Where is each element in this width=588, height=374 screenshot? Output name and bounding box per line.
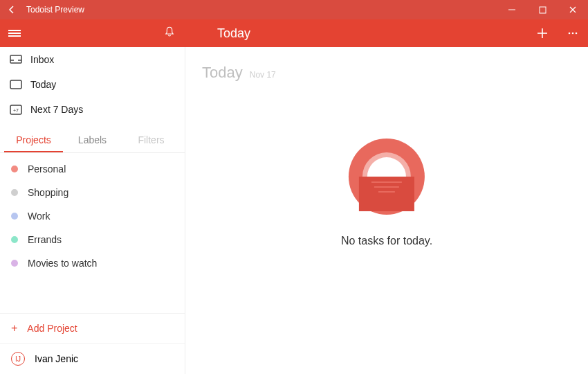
sidebar-item-label: Next 7 Days [30, 104, 83, 115]
sidebar-tabs: Projects Labels Filters [0, 129, 185, 153]
window-title: Todoist Preview [24, 5, 497, 15]
main-heading: Today Nov 17 [202, 64, 571, 82]
empty-state: No tasks for today. [341, 135, 432, 247]
svg-rect-9 [10, 55, 21, 63]
svg-point-7 [572, 33, 574, 35]
svg-point-6 [569, 33, 571, 35]
main-content: Today Nov 17 No tasks for today. [185, 47, 588, 374]
project-color-dot [11, 213, 18, 220]
app-header: Today [0, 19, 588, 47]
calendar-icon: +7 [8, 104, 24, 115]
close-icon [569, 6, 577, 14]
more-horizontal-icon [567, 27, 579, 39]
header-page-title: Today [188, 26, 527, 41]
plus-icon: + [11, 322, 17, 335]
project-label: Errands [28, 234, 62, 245]
hamburger-icon [8, 28, 21, 38]
tab-projects[interactable]: Projects [4, 129, 63, 152]
main-title: Today [202, 64, 243, 82]
back-button[interactable] [0, 0, 24, 19]
empty-state-message: No tasks for today. [341, 235, 432, 247]
project-item-movies[interactable]: Movies to watch [0, 251, 185, 275]
sidebar-item-today[interactable]: Today [0, 72, 185, 97]
project-color-dot [11, 189, 18, 196]
inbox-icon [8, 55, 24, 64]
tab-labels[interactable]: Labels [63, 129, 122, 152]
project-color-dot [11, 260, 18, 267]
project-item-personal[interactable]: Personal [0, 157, 185, 181]
sidebar-item-next7days[interactable]: +7 Next 7 Days [0, 97, 185, 122]
sidebar-item-label: Inbox [30, 54, 54, 65]
avatar: IJ [11, 352, 25, 366]
projects-list: Personal Shopping Work Errands Movies to… [0, 153, 185, 313]
user-account-button[interactable]: IJ Ivan Jenic [0, 343, 185, 374]
window-close-button[interactable] [558, 0, 588, 19]
minimize-icon [508, 6, 516, 14]
menu-button[interactable] [0, 19, 29, 47]
sidebar-item-inbox[interactable]: Inbox [0, 47, 185, 72]
project-color-dot [11, 166, 18, 172]
project-item-errands[interactable]: Errands [0, 228, 185, 251]
project-item-shopping[interactable]: Shopping [0, 181, 185, 204]
sidebar: Inbox Today +7 Next 7 Days Projects Labe… [0, 47, 185, 374]
user-name: Ivan Jenic [35, 353, 78, 364]
back-arrow-icon [7, 5, 17, 15]
sunset-illustration-icon [345, 135, 428, 218]
tab-filters[interactable]: Filters [122, 129, 181, 152]
project-label: Movies to watch [28, 258, 97, 269]
svg-point-8 [576, 33, 578, 35]
project-item-work[interactable]: Work [0, 204, 185, 228]
more-options-button[interactable] [558, 19, 588, 47]
maximize-icon [539, 6, 546, 14]
project-label: Personal [28, 163, 66, 175]
sidebar-item-label: Today [30, 79, 56, 90]
plus-icon [535, 26, 549, 40]
project-label: Shopping [28, 187, 68, 198]
main-date: Nov 17 [250, 70, 276, 80]
window-minimize-button[interactable] [497, 0, 527, 19]
add-task-button[interactable] [527, 19, 558, 47]
titlebar: Todoist Preview [0, 0, 588, 19]
project-color-dot [11, 236, 18, 243]
svg-text:+7: +7 [13, 108, 19, 113]
today-icon [8, 80, 24, 89]
notifications-button[interactable] [163, 26, 176, 41]
add-project-button[interactable]: + Add Project [0, 313, 185, 343]
project-label: Work [28, 211, 50, 222]
add-project-label: Add Project [27, 323, 77, 334]
window-maximize-button[interactable] [527, 0, 558, 19]
bell-icon [163, 26, 176, 38]
svg-rect-12 [10, 80, 21, 89]
svg-rect-1 [540, 7, 546, 13]
